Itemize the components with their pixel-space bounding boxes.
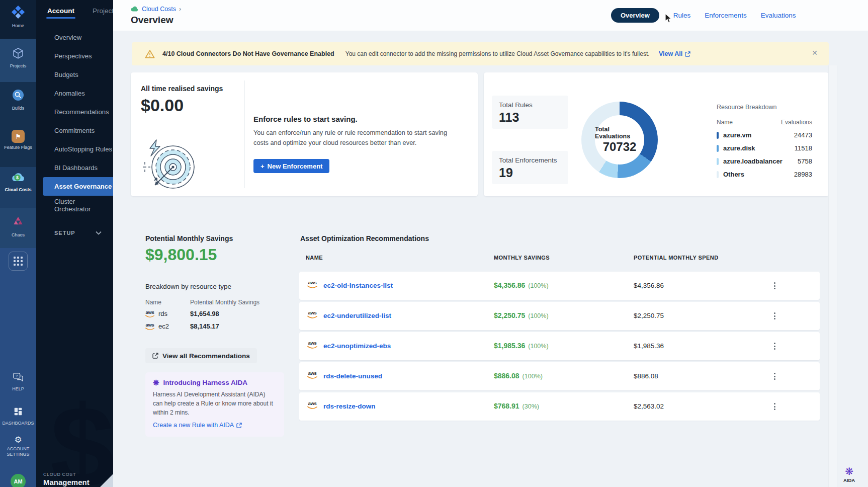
rail-item-cloud-costs[interactable]: $ Cloud Costs xyxy=(0,171,36,193)
rail-item-label: ACCOUNT SETTINGS xyxy=(4,446,33,457)
rail-item-projects[interactable]: Projects xyxy=(0,47,36,69)
realised-savings-value: $0.00 xyxy=(141,96,184,115)
table-row[interactable]: aws ec2-underutilized-list $2,250.75(100… xyxy=(299,302,820,330)
chaos-pinwheel-icon xyxy=(12,215,25,230)
legend-chip xyxy=(717,171,719,178)
sidebar-item-cluster-orchestrator[interactable]: Cluster Orchestrator xyxy=(36,196,113,214)
rail-item-label: Builds xyxy=(12,106,25,111)
tab-enforcements[interactable]: Enforcements xyxy=(705,12,746,19)
rail-item-dashboards[interactable]: DASHBOARDS xyxy=(0,407,36,426)
total-enforcements-value: 19 xyxy=(499,166,561,180)
tab-project[interactable]: Project xyxy=(93,7,113,15)
tab-rules[interactable]: Rules xyxy=(673,12,691,19)
rail-item-label: Home xyxy=(12,23,24,29)
rail-item-builds[interactable]: Builds xyxy=(0,89,36,111)
aws-logo: aws xyxy=(307,341,317,349)
col-potential-monthly-savings: Potential Monthly Savings xyxy=(190,299,291,306)
view-all-label: View All xyxy=(659,50,682,57)
enforce-cta-title: Enforce rules to start saving. xyxy=(253,115,358,123)
legend-chip xyxy=(717,132,719,139)
aida-card-body: Harness AI Development Assistant (AIDA) … xyxy=(153,390,277,417)
sidebar-item-asset-governance[interactable]: Asset Governance xyxy=(43,177,113,196)
external-link-icon xyxy=(152,353,158,359)
table-row[interactable]: aws rds-delete-unused $886.08(100%) $886… xyxy=(299,362,820,390)
rail-item-chaos[interactable]: Chaos xyxy=(0,215,36,238)
sidebar-item-commitments[interactable]: Commitments xyxy=(36,121,113,140)
svg-text:?: ? xyxy=(16,374,18,378)
row-menu-kebab-icon[interactable] xyxy=(771,371,778,381)
sidebar-item-overview[interactable]: Overview xyxy=(36,28,113,47)
gear-icon: ⚙ xyxy=(14,436,22,444)
rule-link[interactable]: rds-delete-unused xyxy=(323,372,382,380)
resource-breakdown-columns: Name Evaluations xyxy=(717,119,812,126)
help-chat-icon: ? xyxy=(13,372,24,384)
resource-name: ec2 xyxy=(158,322,184,330)
row-menu-kebab-icon[interactable] xyxy=(771,401,778,412)
potential-columns: Name Potential Monthly Savings xyxy=(145,299,161,306)
sidebar-item-perspectives[interactable]: Perspectives xyxy=(36,47,113,65)
donut-center-label: Total Evaluations xyxy=(595,126,644,140)
potential-savings-title: Potential Monthly Savings xyxy=(145,234,233,242)
sidebar-item-budgets[interactable]: Budgets xyxy=(36,65,113,84)
savings-percent: (100%) xyxy=(528,312,548,319)
breakdown-row: azure.vm 24473 xyxy=(717,131,812,139)
savings-percent: (100%) xyxy=(528,343,548,350)
breadcrumb-link-cloud-costs[interactable]: Cloud Costs xyxy=(142,6,176,13)
donut-center-value: 70732 xyxy=(603,140,637,154)
scrollbar-track[interactable] xyxy=(828,65,837,487)
table-row[interactable]: aws ec2-unoptimized-ebs $1,985.36(100%) … xyxy=(299,332,820,360)
aida-fab-button[interactable]: ❋ AIDA xyxy=(843,466,855,483)
rail-item-home[interactable]: Home xyxy=(0,5,36,29)
tab-overview[interactable]: Overview xyxy=(611,8,659,23)
build-search-icon xyxy=(12,89,25,104)
monthly-savings-value: $2,250.75(100%) xyxy=(494,311,549,319)
chevron-down-icon xyxy=(96,231,102,235)
banner-view-all-link[interactable]: View All xyxy=(659,50,690,57)
sidebar-item-bi-dashboards[interactable]: BI Dashboards xyxy=(36,158,113,177)
rule-link[interactable]: rds-resize-down xyxy=(323,402,376,410)
page-title: Overview xyxy=(131,15,173,26)
row-menu-kebab-icon[interactable] xyxy=(771,311,778,321)
aws-logo: aws xyxy=(307,280,317,289)
flag-icon: ⚑ xyxy=(12,130,25,143)
rail-item-account-settings[interactable]: ⚙ ACCOUNT SETTINGS xyxy=(0,436,36,457)
resource-breakdown-title: Resource Breakdown xyxy=(717,104,812,111)
table-row[interactable]: aws rds-resize-down $768.91(30%) $2,563.… xyxy=(299,392,820,421)
sidebar-item-recommendations[interactable]: Recommendations xyxy=(36,103,113,121)
total-enforcements-label: Total Enforcements xyxy=(499,156,561,164)
rule-link[interactable]: ec2-underutilized-list xyxy=(323,312,391,319)
new-enforcement-button[interactable]: + New Enforcement xyxy=(253,159,329,173)
rule-link[interactable]: ec2-unoptimized-ebs xyxy=(323,342,391,350)
potential-spend-value: $1,985.36 xyxy=(634,342,664,350)
rule-link[interactable]: ec2-old-instances-list xyxy=(323,282,393,289)
view-all-recommendations-button[interactable]: View all Recommendations xyxy=(145,348,257,363)
row-menu-kebab-icon[interactable] xyxy=(771,281,778,291)
setup-section-toggle[interactable]: SETUP xyxy=(36,225,113,240)
user-avatar[interactable]: AM xyxy=(0,474,36,487)
legend-chip xyxy=(717,145,719,152)
evaluations-donut-chart: Total Evaluations 70732 xyxy=(581,102,658,178)
table-row[interactable]: aws ec2-old-instances-list $4,356.86(100… xyxy=(299,272,820,300)
main-content: Cloud Costs › Overview Overview Rules En… xyxy=(113,0,868,487)
tab-account[interactable]: Account xyxy=(47,7,74,15)
potential-row-ec2: aws ec2 $8,145.17 xyxy=(145,322,276,331)
savings-percent: (100%) xyxy=(528,282,548,289)
rail-item-label: DASHBOARDS xyxy=(2,421,34,426)
close-icon[interactable]: ✕ xyxy=(812,49,818,57)
sidebar-collapse-handle[interactable] xyxy=(100,474,113,487)
cube-icon xyxy=(12,47,24,61)
sidebar-item-autostopping-rules[interactable]: AutoStopping Rules xyxy=(36,140,113,158)
savings-percent: (100%) xyxy=(523,373,543,380)
sidebar-item-anomalies[interactable]: Anomalies xyxy=(36,84,113,103)
rail-item-feature-flags[interactable]: ⚑ Feature Flags xyxy=(0,130,36,150)
row-menu-kebab-icon[interactable] xyxy=(771,341,778,351)
module-switcher[interactable] xyxy=(0,252,36,271)
rail-item-help[interactable]: ? HELP xyxy=(0,372,36,392)
breakdown-row: Others 28983 xyxy=(717,171,812,178)
cloud-costs-sidebar: $ Account Project Overview Perspectives … xyxy=(36,0,113,487)
tab-evaluations[interactable]: Evaluations xyxy=(761,12,796,19)
dollar-watermark: $ xyxy=(50,380,113,487)
legend-chip xyxy=(717,158,719,165)
resource-name: rds xyxy=(158,310,184,317)
create-rule-with-aida-link[interactable]: Create a new Rule with AIDA xyxy=(153,422,277,429)
